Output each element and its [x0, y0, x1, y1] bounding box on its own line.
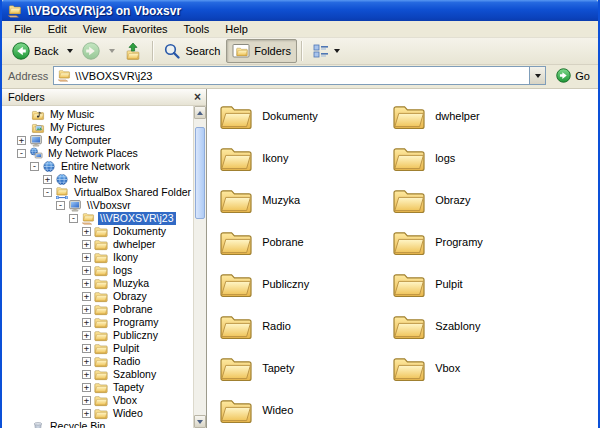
- tree-item-my-computer[interactable]: +My Computer: [2, 134, 193, 147]
- tree-expander[interactable]: +: [82, 396, 91, 405]
- tree-expander[interactable]: -: [69, 214, 78, 223]
- tree-expander[interactable]: -: [17, 149, 26, 158]
- folder-item-pulpit[interactable]: Pulpit: [392, 263, 598, 305]
- tree-expander[interactable]: +: [82, 370, 91, 379]
- folder-item-vbox[interactable]: Vbox: [392, 347, 598, 389]
- tree-item-ikony[interactable]: +Ikony: [2, 251, 193, 264]
- tree-expander[interactable]: +: [82, 253, 91, 262]
- menu-item-help[interactable]: Help: [217, 22, 256, 36]
- tree-item-pobrane[interactable]: +Pobrane: [2, 303, 193, 316]
- tree-item-publiczny[interactable]: +Publiczny: [2, 329, 193, 342]
- tree-item-virtualbox-shared-folder[interactable]: -VirtualBox Shared Folder: [2, 186, 193, 199]
- folder-item-muzyka[interactable]: Muzyka: [219, 179, 392, 221]
- folder-item-dokumenty[interactable]: Dokumenty: [219, 95, 392, 137]
- folder-item-publiczny[interactable]: Publiczny: [219, 263, 392, 305]
- tree-expander[interactable]: +: [43, 175, 52, 184]
- forward-button[interactable]: [76, 39, 106, 63]
- tree-item-muzyka[interactable]: +Muzyka: [2, 277, 193, 290]
- tree-item-radio[interactable]: +Radio: [2, 355, 193, 368]
- tree-item-programy[interactable]: +Programy: [2, 316, 193, 329]
- music-folder-icon: [31, 108, 45, 121]
- folder-item-wideo[interactable]: Wideo: [219, 389, 392, 428]
- address-dropdown-button[interactable]: [529, 67, 545, 84]
- tree-item-label: Pulpit: [111, 342, 141, 355]
- folder-icon: [219, 144, 253, 172]
- scroll-down-button[interactable]: [194, 415, 206, 428]
- scroll-up-button[interactable]: [194, 106, 206, 119]
- tree-expander[interactable]: +: [17, 136, 26, 145]
- folder-item-szablony[interactable]: Szablony: [392, 305, 598, 347]
- tree-item-dwhelper[interactable]: +dwhelper: [2, 238, 193, 251]
- go-button[interactable]: Go: [551, 68, 595, 83]
- arrow-up-icon: [197, 111, 203, 115]
- folders-button[interactable]: Folders: [226, 39, 297, 63]
- tree-item-logs[interactable]: +logs: [2, 264, 193, 277]
- folder-item-logs[interactable]: logs: [392, 137, 598, 179]
- toolbar-separator: [152, 41, 153, 61]
- address-input[interactable]: \\VBOXSVR\j23: [53, 66, 546, 85]
- tree-expander[interactable]: +: [82, 409, 91, 418]
- title-bar[interactable]: \\VBOXSVR\j23 on Vboxsvr: [2, 0, 598, 21]
- tree-item-recycle-bin[interactable]: Recycle Bin: [2, 420, 193, 428]
- tree-expander[interactable]: +: [82, 240, 91, 249]
- tree-item-pulpit[interactable]: +Pulpit: [2, 342, 193, 355]
- views-button[interactable]: [306, 39, 346, 63]
- tree-expander[interactable]: +: [82, 357, 91, 366]
- menu-item-tools[interactable]: Tools: [176, 22, 218, 36]
- tree-expander[interactable]: -: [30, 162, 39, 171]
- folder-item-pobrane[interactable]: Pobrane: [219, 221, 392, 263]
- globe-icon: [42, 160, 56, 173]
- menu-item-view[interactable]: View: [75, 22, 115, 36]
- tree-item-vboxsvr-j23[interactable]: -\\VBOXSVR\j23: [2, 212, 193, 225]
- tree-item-obrazy[interactable]: +Obrazy: [2, 290, 193, 303]
- tree-expander[interactable]: +: [82, 318, 91, 327]
- tree-item-label: Vbox: [111, 394, 139, 407]
- folder-view: DokumentydwhelperIkonylogsMuzykaObrazyPo…: [207, 89, 598, 428]
- menu-item-edit[interactable]: Edit: [40, 22, 75, 36]
- tree-item-netw[interactable]: +Netw: [2, 173, 193, 186]
- close-folders-pane-button[interactable]: ×: [194, 92, 201, 102]
- tree-item-label: Muzyka: [111, 277, 151, 290]
- folder-item-radio[interactable]: Radio: [219, 305, 392, 347]
- tree-expander[interactable]: +: [82, 279, 91, 288]
- scroll-track[interactable]: [194, 119, 206, 415]
- folder-item-programy[interactable]: Programy: [392, 221, 598, 263]
- folder-item-label: Programy: [435, 236, 483, 248]
- tree-expander[interactable]: +: [82, 331, 91, 340]
- folder-icon: [94, 329, 108, 342]
- folder-icon: [94, 316, 108, 329]
- tree-expander[interactable]: -: [43, 188, 52, 197]
- tree-item-dokumenty[interactable]: +Dokumenty: [2, 225, 193, 238]
- tree-item-my-pictures[interactable]: My Pictures: [2, 121, 193, 134]
- tree-expander[interactable]: +: [82, 292, 91, 301]
- scroll-thumb[interactable]: [195, 127, 205, 219]
- tree-expander[interactable]: -: [56, 201, 65, 210]
- back-button[interactable]: Back: [6, 39, 64, 63]
- folder-item-ikony[interactable]: Ikony: [219, 137, 392, 179]
- search-button[interactable]: Search: [157, 39, 226, 63]
- tree-expander[interactable]: +: [82, 305, 91, 314]
- folder-item-obrazy[interactable]: Obrazy: [392, 179, 598, 221]
- window-title: \\VBOXSVR\j23 on Vboxsvr: [27, 4, 181, 18]
- menu-item-favorites[interactable]: Favorites: [114, 22, 175, 36]
- folder-item-tapety[interactable]: Tapety: [219, 347, 392, 389]
- back-dropdown-button[interactable]: [64, 39, 76, 63]
- tree-item-my-network-places[interactable]: -My Network Places: [2, 147, 193, 160]
- tree-item-my-music[interactable]: My Music: [2, 108, 193, 121]
- up-button[interactable]: [118, 39, 148, 63]
- tree-item-szablony[interactable]: +Szablony: [2, 368, 193, 381]
- tree-expander[interactable]: +: [82, 344, 91, 353]
- tree-expander[interactable]: +: [82, 266, 91, 275]
- computer-icon: [29, 134, 43, 147]
- tree-item-vboxsvr[interactable]: -\\Vboxsvr: [2, 199, 193, 212]
- folder-item-dwhelper[interactable]: dwhelper: [392, 95, 598, 137]
- tree-expander[interactable]: +: [82, 383, 91, 392]
- tree-item-vbox[interactable]: +Vbox: [2, 394, 193, 407]
- tree-scrollbar[interactable]: [193, 106, 206, 428]
- tree-item-entire-network[interactable]: -Entire Network: [2, 160, 193, 173]
- tree-item-tapety[interactable]: +Tapety: [2, 381, 193, 394]
- menu-item-file[interactable]: File: [6, 22, 40, 36]
- forward-dropdown-button[interactable]: [106, 39, 118, 63]
- tree-item-wideo[interactable]: +Wideo: [2, 407, 193, 420]
- tree-expander[interactable]: +: [82, 227, 91, 236]
